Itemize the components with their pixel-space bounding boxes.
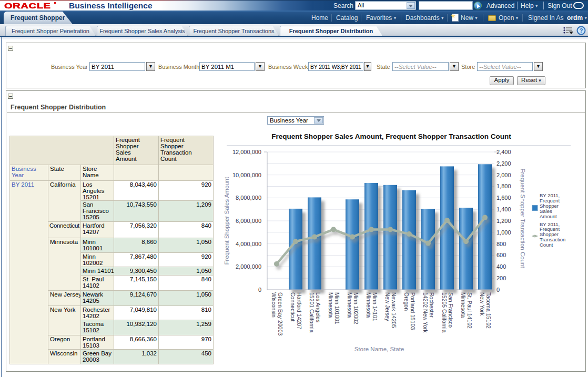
svg-text:Rochester: Rochester <box>429 292 435 318</box>
svg-text:Tacoma 15102: Tacoma 15102 <box>485 292 492 329</box>
svg-text:Connecticut: Connecticut <box>290 292 296 322</box>
svg-text:0: 0 <box>258 287 261 293</box>
svg-text:2,000,000: 2,000,000 <box>236 263 261 270</box>
svg-text:1,000: 1,000 <box>496 229 511 236</box>
svg-text:New York: New York <box>479 292 485 316</box>
svg-text:2,400: 2,400 <box>496 149 511 155</box>
svg-text:12,000,000: 12,000,000 <box>232 149 261 155</box>
svg-text:Wisconsin: Wisconsin <box>271 292 277 318</box>
svg-text:15205 California: 15205 California <box>441 292 448 333</box>
svg-text:6,000,000: 6,000,000 <box>236 218 261 224</box>
svg-text:1,600: 1,600 <box>496 195 511 201</box>
svg-text:Minn 14101: Minn 14101 <box>372 292 378 321</box>
svg-text:600: 600 <box>496 252 506 258</box>
svg-text:4,000,000: 4,000,000 <box>236 241 261 247</box>
svg-text:Minnesota: Minnesota <box>460 292 467 318</box>
svg-text:Minnesota: Minnesota <box>347 292 353 318</box>
svg-text:Frequent Shopper Transaction C: Frequent Shopper Transaction Count <box>520 168 526 268</box>
svg-text:Store Name, State: Store Name, State <box>354 346 404 352</box>
svg-text:8,000,000: 8,000,000 <box>236 195 261 201</box>
svg-text:400: 400 <box>496 263 506 270</box>
svg-text:Green Bay 20003: Green Bay 20003 <box>277 292 283 335</box>
svg-text:Hartford 14207: Hartford 14207 <box>296 292 302 329</box>
svg-text:Los Angeles: Los Angeles <box>315 292 321 322</box>
svg-text:New Jersey: New Jersey <box>384 292 391 322</box>
svg-text:14202 New York: 14202 New York <box>422 292 429 333</box>
svg-text:St. Paul 14102: St. Paul 14102 <box>467 292 473 329</box>
svg-text:Frequent Shopper Sales Amount: Frequent Shopper Sales Amount <box>224 177 230 265</box>
svg-text:?: ? <box>580 27 583 34</box>
svg-text:Minnesota: Minnesota <box>366 292 372 318</box>
svg-text:Minn 101001: Minn 101001 <box>334 292 340 324</box>
svg-text:2,200: 2,200 <box>496 160 511 167</box>
svg-text:15201 California: 15201 California <box>309 292 315 333</box>
svg-text:Minnesota: Minnesota <box>328 292 334 318</box>
svg-text:Frequent Shopper Sales Amount,: Frequent Shopper Sales Amount, Frequent … <box>271 133 511 140</box>
svg-text:Minn 102002: Minn 102002 <box>353 292 359 324</box>
svg-text:1,800: 1,800 <box>496 183 511 189</box>
svg-text:San Francisco: San Francisco <box>448 292 454 328</box>
svg-text:1,400: 1,400 <box>496 206 511 212</box>
svg-text:Newark 14205: Newark 14205 <box>391 292 397 328</box>
svg-text:200: 200 <box>496 275 506 281</box>
svg-text:1,200: 1,200 <box>496 218 511 224</box>
svg-text:Amount: Amount <box>540 213 557 219</box>
svg-text:Portland 15103: Portland 15103 <box>410 292 416 330</box>
svg-text:Oregon: Oregon <box>403 292 410 311</box>
svg-text:800: 800 <box>496 241 506 247</box>
svg-text:Count: Count <box>540 242 553 248</box>
svg-text:0: 0 <box>496 287 500 293</box>
svg-text:2,000: 2,000 <box>496 172 511 178</box>
svg-text:10,000,000: 10,000,000 <box>232 172 261 178</box>
